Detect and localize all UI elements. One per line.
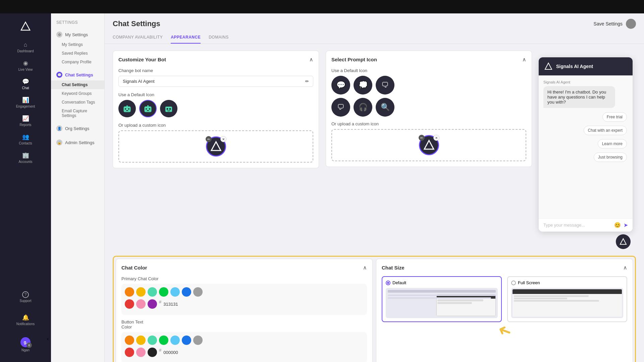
swatch-teal[interactable] — [148, 287, 157, 297]
swatch-blue[interactable] — [182, 287, 191, 297]
my-settings-dot: ⚙ — [56, 32, 62, 38]
chat-messages-area: Signals AI Agent Hi there! I'm a chatbot… — [539, 75, 633, 218]
nav-item-support[interactable]: ? Support — [3, 288, 48, 306]
chat-option-browsing[interactable]: Just browsing — [594, 153, 627, 162]
settings-sidebar: Settings ⚙ My Settings My Settings Saved… — [51, 13, 105, 362]
settings-sub-saved-replies[interactable]: Saved Replies — [51, 49, 104, 58]
btn-swatch-blue[interactable] — [182, 336, 191, 345]
sidebar-collapse-btn[interactable]: ‹ — [47, 336, 49, 342]
chat-size-collapse[interactable]: ∧ — [623, 264, 627, 271]
size-option-default[interactable]: Default — [382, 276, 502, 322]
nav-item-user[interactable]: g. 6 Ngan — [3, 334, 48, 355]
send-icon[interactable]: ➤ — [624, 222, 628, 228]
close-icon-badge[interactable]: ✕ — [220, 136, 226, 142]
svg-point-9 — [149, 108, 150, 110]
nav-item-chat[interactable]: 💬 Chat — [0, 75, 51, 93]
settings-sub-my-settings[interactable]: My Settings — [51, 40, 104, 49]
chat-settings-dot: 💬 — [56, 72, 62, 78]
primary-color-input[interactable]: 313131 — [163, 299, 187, 309]
tab-appearance[interactable]: APPEARANCE — [171, 32, 201, 44]
swatch-gray[interactable] — [193, 287, 203, 297]
admin-settings-dot: 🔒 — [56, 139, 62, 145]
prompt-icon-5[interactable]: 🎧 — [354, 98, 372, 117]
prompt-edit-badge[interactable]: ✏ — [419, 135, 425, 141]
chat-color-title: Chat Color — [121, 265, 147, 270]
live-view-icon: ◉ — [23, 60, 28, 67]
prompt-icon-4[interactable]: 🗩 — [331, 98, 350, 117]
settings-sub-chat-settings[interactable]: Chat Settings — [51, 80, 104, 89]
nav-item-accounts[interactable]: 🏢 Accounts — [0, 148, 51, 167]
custom-icon-upload-zone[interactable]: ✏ ✕ — [118, 130, 313, 163]
chat-fab-container — [539, 234, 636, 249]
contacts-icon: 👥 — [22, 133, 29, 140]
edit-icon-badge[interactable]: ✏ — [206, 136, 212, 142]
prompt-upload-zone[interactable]: ✏ ✕ — [331, 129, 526, 161]
btn-swatch-orange[interactable] — [125, 336, 134, 345]
button-color-swatches — [125, 336, 364, 345]
bot-name-edit-icon[interactable]: ✏ — [305, 79, 309, 84]
settings-sub-company-profile[interactable]: Company Profile — [51, 58, 104, 66]
size-option-fullscreen[interactable]: Full Screen — [507, 276, 627, 322]
tab-domains[interactable]: DOMAINS — [209, 32, 229, 44]
settings-org-settings-title[interactable]: 👤 Org Settings — [51, 123, 104, 134]
btn-swatch-teal[interactable] — [148, 336, 157, 345]
chat-fab[interactable] — [616, 234, 631, 249]
settings-admin-settings-title[interactable]: 🔒 Admin Settings — [51, 137, 104, 148]
prompt-icon-6[interactable]: 🔍 — [376, 98, 394, 117]
settings-chat-settings-title[interactable]: 💬 Chat Settings — [51, 69, 104, 80]
prompt-close-badge[interactable]: ✕ — [433, 135, 439, 141]
svg-marker-15 — [211, 142, 221, 150]
change-bot-name-label: Change bot name — [118, 68, 313, 73]
tabs-bar: COMPANY AVAILABILITY APPEARANCE DOMAINS — [105, 32, 644, 44]
bot-icon-2[interactable] — [139, 100, 157, 117]
nav-item-dashboard[interactable]: ⌂ Dashboard — [0, 38, 51, 56]
prompt-icon-1[interactable]: 💬 — [331, 76, 350, 95]
emoji-icon[interactable]: 😊 — [614, 222, 621, 228]
btn-swatch-pink[interactable] — [136, 348, 146, 357]
swatch-pink[interactable] — [136, 299, 146, 309]
bot-icon-1[interactable] — [118, 100, 136, 117]
arrow-container: ➜ — [382, 325, 627, 341]
nav-item-reports[interactable]: 📈 Reports — [0, 112, 51, 130]
bot-name-display: Signals AI Agent ✏ — [118, 76, 313, 87]
nav-item-contacts[interactable]: 👥 Contacts — [0, 130, 51, 148]
primary-color-swatches-row2: # 313131 — [125, 299, 364, 309]
btn-swatch-yellow[interactable] — [136, 336, 146, 345]
swatch-green[interactable] — [159, 287, 168, 297]
size-option-default-header: Default — [386, 280, 498, 285]
tab-company-availability[interactable]: COMPANY AVAILABILITY — [113, 32, 163, 44]
prompt-icon-2[interactable]: 💭 — [354, 76, 372, 95]
chat-size-header: Chat Size ∧ — [382, 264, 627, 271]
nav-item-notifications[interactable]: 🔔 Notifications — [3, 311, 48, 329]
swatch-red[interactable] — [125, 299, 134, 309]
chat-size-title: Chat Size — [382, 265, 405, 270]
settings-sub-keyword-groups[interactable]: Keyword Groups — [51, 89, 104, 98]
chat-option-expert[interactable]: Chat with an expert — [584, 126, 627, 135]
chat-option-learn-more[interactable]: Learn more — [598, 139, 627, 148]
btn-swatch-gray[interactable] — [193, 336, 203, 345]
settings-sub-conversation-tags[interactable]: Conversation Tags — [51, 98, 104, 107]
swatch-orange[interactable] — [125, 287, 134, 297]
prompt-icon-3[interactable]: 🗨 — [376, 76, 394, 95]
chat-option-free-trial[interactable]: Free trial — [602, 112, 627, 122]
highlighted-bottom-panels: Chat Color ∧ Primary Chat Color — [113, 256, 636, 362]
nav-item-live-view[interactable]: ◉ Live View — [0, 56, 51, 75]
save-settings-button[interactable]: Save Settings — [594, 21, 623, 26]
btn-swatch-green[interactable] — [159, 336, 168, 345]
swatch-light-blue[interactable] — [170, 287, 180, 297]
customize-bot-collapse[interactable]: ∧ — [309, 56, 313, 63]
btn-swatch-red[interactable] — [125, 348, 134, 357]
chat-color-collapse[interactable]: ∧ — [363, 264, 367, 271]
swatch-yellow[interactable] — [136, 287, 146, 297]
chat-input-placeholder: Type your message... — [543, 223, 611, 228]
select-prompt-collapse[interactable]: ∧ — [522, 56, 526, 63]
nav-logo[interactable] — [0, 16, 51, 38]
settings-my-settings-title[interactable]: ⚙ My Settings — [51, 29, 104, 40]
nav-item-engagement[interactable]: 📊 Engagement — [0, 93, 51, 112]
btn-swatch-dark[interactable] — [148, 348, 157, 357]
btn-swatch-light-blue[interactable] — [170, 336, 180, 345]
bot-icon-3[interactable] — [160, 100, 177, 117]
settings-sub-email-capture[interactable]: Email Capture Settings — [51, 107, 104, 120]
button-color-input[interactable]: 000000 — [163, 348, 187, 357]
swatch-purple[interactable] — [148, 299, 157, 309]
